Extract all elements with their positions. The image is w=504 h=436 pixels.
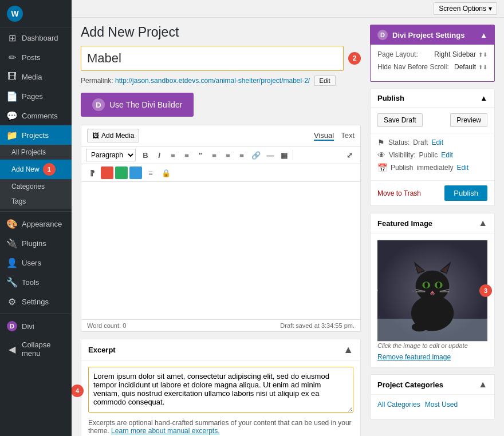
sidebar-item-tags[interactable]: Tags: [0, 194, 72, 209]
sidebar-item-add-new[interactable]: Add New 1: [0, 160, 72, 179]
editor-text-tab[interactable]: Text: [341, 131, 355, 141]
featured-image-panel: Featured Image ▲ 3: [370, 213, 495, 367]
publish-date-edit-link[interactable]: Edit: [456, 164, 468, 172]
preview-button[interactable]: Preview: [450, 113, 487, 127]
toolbar2-btn-1[interactable]: ⁋: [86, 167, 99, 179]
move-to-trash-link[interactable]: Move to Trash: [377, 189, 421, 197]
hide-nav-label: Hide Nav Before Scroll:: [377, 63, 449, 71]
italic-button[interactable]: I: [153, 149, 166, 161]
bold-button[interactable]: B: [139, 149, 152, 161]
toolbar2-align[interactable]: ≡: [144, 167, 157, 179]
sidebar-label-appearance: Appearance: [22, 220, 62, 228]
permalink-edit-button[interactable]: Edit: [314, 76, 336, 86]
permalink-url[interactable]: http://jason.sandbox.etdevs.com/animal-s…: [115, 77, 310, 85]
screen-options-button[interactable]: Screen Options ▾: [434, 2, 497, 15]
sidebar-item-posts[interactable]: ✏ Posts: [0, 47, 72, 67]
add-new-label: Add New: [11, 165, 40, 173]
most-used-tab[interactable]: Most Used: [425, 401, 458, 409]
featured-image-toggle[interactable]: ▲: [478, 218, 487, 228]
featured-image-wrap[interactable]: 3: [377, 239, 487, 342]
ordered-list-button[interactable]: ≡: [180, 149, 193, 161]
main-content: Add New Project 2 Permalink: http://jaso…: [72, 18, 504, 436]
publish-footer: Move to Trash Publish: [371, 180, 494, 205]
align-left-button[interactable]: ≡: [208, 149, 220, 161]
featured-image-title: Featured Image: [377, 219, 432, 228]
visibility-label: Visibility:: [389, 151, 415, 159]
sidebar-item-projects[interactable]: 📁 Projects: [0, 125, 72, 145]
project-categories-content: All Categories Most Used: [371, 395, 494, 419]
main-inner: Add New Project 2 Permalink: http://jaso…: [72, 18, 504, 436]
publish-toggle[interactable]: ▲: [480, 94, 487, 102]
editor-toolbar-row1: Paragraph B I ≡ ≡ " ≡ ≡ ≡ 🔗 — ▦: [81, 146, 360, 164]
excerpt-title: Excerpt: [88, 346, 116, 354]
status-edit-link[interactable]: Edit: [431, 138, 443, 146]
users-icon: 👤: [7, 257, 17, 268]
sidebar-item-users[interactable]: 👤 Users: [0, 253, 72, 272]
color-icon-red: [101, 167, 113, 179]
sidebar-item-all-projects[interactable]: All Projects: [0, 145, 72, 160]
sidebar-item-collapse[interactable]: ◀ Collapse menu: [0, 336, 72, 362]
sidebar-label-divi: Divi: [22, 322, 34, 331]
unordered-list-button[interactable]: ≡: [167, 149, 179, 161]
category-tabs: All Categories Most Used: [377, 401, 487, 409]
sidebar-item-media[interactable]: 🎞 Media: [0, 67, 72, 86]
status-row: ⚑ Status: Draft Edit: [377, 138, 487, 147]
excerpt-learn-more[interactable]: Learn more about manual excerpts.: [111, 427, 219, 435]
remove-featured-image-link[interactable]: Remove featured image: [377, 353, 451, 361]
sidebar-item-plugins[interactable]: 🔌 Plugins: [0, 233, 72, 253]
publish-date-label: Publish: [391, 164, 413, 172]
excerpt-toggle[interactable]: ▲: [343, 344, 353, 356]
editor-toolbar-row2: ⁋ ≡ 🔒: [81, 164, 360, 182]
divi-settings-toggle[interactable]: ▲: [480, 31, 487, 39]
sidebar-item-pages[interactable]: 📄 Pages: [0, 86, 72, 106]
sidebar-label-tools: Tools: [22, 278, 39, 287]
toolbar2-lock[interactable]: 🔒: [159, 167, 173, 179]
all-categories-tab[interactable]: All Categories: [377, 401, 420, 409]
sidebar-item-tools[interactable]: 🔧 Tools: [0, 272, 72, 292]
more-button[interactable]: —: [264, 149, 277, 161]
blockquote-button[interactable]: ": [194, 149, 207, 161]
page-layout-value: Right Sidebar: [434, 50, 476, 58]
sidebar-item-settings[interactable]: ⚙ Settings: [0, 292, 72, 311]
divi-builder-button[interactable]: D Use The Divi Builder: [81, 93, 194, 117]
project-categories-toggle[interactable]: ▲: [478, 379, 487, 390]
visibility-edit-link[interactable]: Edit: [441, 151, 453, 159]
publish-date-row: 📅 Publish immediately Edit: [377, 163, 487, 172]
sidebar-item-dashboard[interactable]: ⊞ Dashboard: [0, 28, 72, 47]
divi-settings-panel: D Divi Project Settings ▲ Page Layout: R…: [370, 25, 495, 82]
tools-icon: 🔧: [7, 277, 17, 287]
sidebar-item-divi[interactable]: D Divi: [0, 316, 72, 336]
pages-icon: 📄: [7, 91, 17, 101]
title-input[interactable]: [81, 46, 344, 71]
save-draft-button[interactable]: Save Draft: [377, 113, 423, 127]
svg-point-11: [437, 282, 440, 288]
expand-button[interactable]: ⤢: [343, 149, 356, 161]
sidebar-item-categories[interactable]: Categories: [0, 179, 72, 194]
sidebar-label-users: Users: [22, 259, 41, 267]
status-label: Status:: [388, 138, 410, 146]
sidebar-item-comments[interactable]: 💬 Comments: [0, 106, 72, 125]
divi-settings-header: D Divi Project Settings ▲: [371, 25, 494, 45]
align-right-button[interactable]: ≡: [235, 149, 248, 161]
table-button[interactable]: ▦: [278, 149, 290, 161]
sidebar-item-appearance[interactable]: 🎨 Appearance: [0, 214, 72, 233]
projects-icon: 📁: [7, 130, 17, 140]
excerpt-textarea[interactable]: [88, 367, 353, 413]
publish-button[interactable]: Publish: [444, 185, 487, 201]
collapse-icon: ◀: [7, 344, 17, 354]
media-icon: 🎞: [7, 72, 17, 82]
page-title: Add New Project: [81, 25, 361, 40]
posts-icon: ✏: [7, 52, 17, 62]
draft-saved: Draft saved at 3:34:55 pm.: [280, 322, 355, 329]
link-button[interactable]: 🔗: [249, 149, 263, 161]
permalink-label: Permalink:: [81, 77, 113, 85]
editor-content-area[interactable]: [81, 182, 360, 319]
add-media-button[interactable]: 🖼 Add Media: [87, 129, 139, 142]
project-categories-header: Project Categories ▲: [371, 375, 494, 395]
page-layout-row: Page Layout: Right Sidebar ⬆⬇: [377, 50, 487, 58]
editor-visual-tab[interactable]: Visual: [314, 131, 334, 141]
project-categories-title: Project Categories: [377, 380, 443, 389]
format-select[interactable]: Paragraph: [86, 149, 136, 161]
align-center-button[interactable]: ≡: [222, 149, 234, 161]
editor-footer: Word count: 0 Draft saved at 3:34:55 pm.: [81, 319, 360, 331]
